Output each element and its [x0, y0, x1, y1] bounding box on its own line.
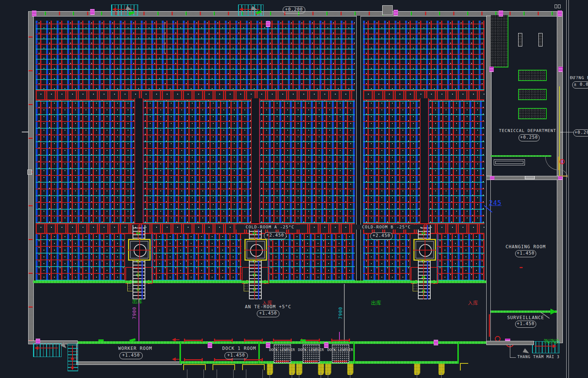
green-door-mark: [300, 339, 306, 341]
dim-7900-right: 7900: [338, 307, 343, 319]
dock-bumper: [439, 364, 445, 375]
wall-left-ticks: [29, 11, 33, 341]
road-line-1: [566, 0, 567, 378]
dock-leveler-3: [332, 344, 349, 363]
truck-lane: [441, 372, 442, 378]
door-leaf-1: [558, 157, 559, 170]
rack-a-bot-2: [151, 232, 241, 280]
dock-bumper: [318, 364, 324, 375]
door-arc-1: [545, 157, 559, 170]
wall-socket-left: [27, 170, 32, 175]
tech-equipment-area: [491, 15, 508, 68]
worker-room-label: WORKER ROOM: [109, 346, 161, 351]
truck-lane: [417, 372, 417, 378]
truck-lane: [187, 369, 187, 378]
tech-green-line: [491, 155, 551, 157]
yellow-corner: [460, 363, 468, 370]
outbound-label-1: 出库: [132, 297, 143, 304]
red-line-vert: [489, 314, 490, 337]
dock-leveler-1: [274, 344, 291, 363]
leader-thang: [510, 344, 516, 358]
door-mark: [184, 359, 203, 360]
truck-lane: [270, 372, 270, 378]
tech-cabinet-1: [518, 33, 522, 46]
rack-a-top: [36, 21, 355, 90]
right-elevation: +0.20: [573, 129, 588, 136]
door-symbol: [208, 342, 212, 348]
dock-bumper: [289, 364, 295, 375]
rack-b-top: [363, 21, 484, 90]
door-symbol: [499, 10, 503, 16]
ante-room-elevation: +1.450: [257, 310, 279, 317]
dock-leveler-2: [303, 344, 320, 363]
wall-surveillance-green: [491, 310, 557, 313]
worker-room-elevation: +1.450: [119, 352, 143, 359]
road-elevation: ± 0.0: [572, 81, 588, 88]
dim-245: 245: [489, 199, 502, 207]
column-line: [164, 22, 164, 54]
dock-leveler-label-2: DOCK LEVELER: [297, 348, 325, 352]
tech-unit-3: [518, 108, 547, 119]
wall-dock-left-green: [179, 342, 181, 364]
left-tick: [22, 132, 28, 132]
gray-shape: [523, 348, 530, 355]
door-seal: [213, 364, 235, 370]
fire-marker-tick: [562, 160, 562, 164]
door-symbol: [324, 342, 329, 348]
aisle-2: [251, 98, 260, 223]
door-symbol: [32, 10, 36, 16]
stair-arrow: [535, 346, 556, 346]
cold-room-b-elevation: +2.450: [370, 232, 393, 240]
truck-lane: [350, 372, 350, 378]
dock-room-elevation: +1.450: [225, 352, 248, 359]
door-symbol: [558, 10, 562, 16]
truck-lane: [321, 372, 321, 378]
door-mark: [244, 340, 263, 341]
leader-line-right: [560, 132, 573, 132]
door-mark: [184, 340, 203, 341]
dock-room-label: DOCK 1 ROOM: [215, 346, 264, 351]
wall-dock-right-green: [457, 342, 459, 364]
door-symbol: [434, 340, 438, 345]
dock-bumper: [267, 364, 273, 375]
cold-room-b-label: COLD-ROOM B -25°C: [352, 225, 421, 230]
top-elevation: +0.200: [283, 6, 305, 14]
inbound-label-2: 入库: [468, 299, 478, 306]
clear-zone-edge-3: [437, 232, 438, 283]
door-symbol: [394, 10, 398, 16]
door-mark: [214, 359, 233, 360]
ante-room-label: AN TE-ROOM +5°C: [236, 304, 300, 309]
cross-aisle-band-a1: [36, 90, 355, 100]
wall-tech-bottom-box: [525, 176, 535, 179]
dim-7900-left: 7900: [132, 307, 137, 319]
door-symbol: [266, 342, 270, 348]
dock-arrow: [173, 359, 179, 360]
cold-room-a-label: COLD-ROOM A -25°C: [236, 225, 304, 230]
aisle-1: [134, 98, 143, 223]
conveyor-2: [249, 225, 262, 299]
truck-lane: [233, 369, 234, 378]
door-mark: [214, 340, 233, 341]
clear-zone-edge-1: [152, 232, 153, 283]
desk: [494, 159, 525, 165]
mini-box: [555, 4, 557, 8]
pallet-box-1: [127, 283, 133, 291]
technical-dept-label: TECNICCAL DEPARTMENT: [496, 128, 559, 133]
turntable-3: [413, 239, 436, 261]
wall-surveillance-bottom: [486, 341, 534, 345]
stair-bottom-left: [33, 344, 62, 357]
dock-bumper: [414, 364, 420, 375]
changing-room-elevation: +1.450: [515, 250, 536, 257]
stairs-note: THANG THĂM MÁI 3: [517, 355, 559, 359]
turntable-1: [128, 239, 151, 261]
changing-room-label: CHANGING ROOM: [495, 244, 556, 249]
dim-line-7900-right: [344, 284, 345, 341]
stair-arrow: [35, 348, 58, 348]
floor-plan-canvas: COLD-ROOM A -25°C +2.450 COLD-ROOM B -25…: [0, 0, 588, 378]
pallet-box-2: [244, 283, 249, 291]
door-symbol: [90, 9, 95, 15]
truck-lane: [217, 369, 217, 378]
tech-unit-2: [518, 89, 547, 100]
turntable-2: [244, 239, 267, 261]
tech-cabinet-2: [538, 33, 543, 46]
